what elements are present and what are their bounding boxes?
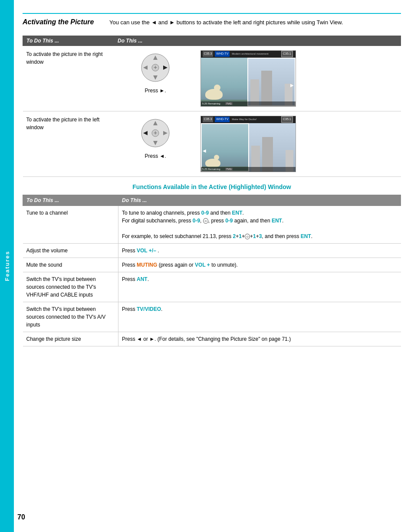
functions-title: Functions Available in the Active (Highl… — [23, 183, 401, 190]
building2b — [262, 137, 273, 172]
functions-section: Functions Available in the Active (Highl… — [23, 183, 401, 346]
key-2: 2 — [233, 233, 236, 239]
tv-arrow: ▶ — [290, 82, 294, 88]
svg-text:+: + — [154, 129, 157, 136]
building2 — [261, 71, 272, 105]
tv-bottom-bar: 5:25 Remaining TVG — [201, 101, 296, 106]
tv-top-bar2: C35.3 WHD-TV Make Way for Ducks! C35.1 — [201, 116, 296, 123]
duck-head — [214, 85, 220, 91]
side-tab: Features — [0, 0, 14, 532]
press-label-right: Press ►. — [145, 87, 166, 95]
table-row: Mute the sound Press MUTING (press again… — [23, 258, 401, 272]
remote-diagram-right: + — [138, 50, 173, 85]
tv-screen-left: C35.3 WHD-TV Make Way for Ducks! C35.1 — [200, 116, 296, 172]
page-container: Features Activating the Picture You can … — [0, 0, 414, 532]
tv-top-bar: C35.3 WHD-TV Modern architectural moveme… — [201, 51, 296, 58]
duck-body — [205, 89, 223, 100]
svg-text:+: + — [154, 64, 157, 71]
key-vol-plus: VOL + — [195, 262, 210, 268]
key-0-9b: 0-9 — [193, 218, 200, 224]
key-muting: MUTING — [137, 262, 157, 268]
page-number: 70 — [17, 513, 25, 521]
table-row: To activate the picture in the right win… — [23, 46, 401, 111]
remote-diagram-left: + — [138, 116, 173, 150]
todo-cell: Switch the TV's input between sources co… — [23, 272, 118, 302]
remote-and-press-left: + Press ◄. — [138, 116, 173, 160]
table-row: Change the picture size Press ◄ or ►. (F… — [23, 332, 401, 346]
tv-right-panel2 — [249, 123, 296, 172]
instruction-table: To Do This ... Do This ... To activate t… — [23, 36, 401, 177]
key-vol: VOL +/– — [137, 248, 156, 254]
todo-cell: Switch the TV's input between sources co… — [23, 302, 118, 332]
key-ant: ANT — [137, 276, 148, 282]
main-content: Activating the Picture You can use the ◄… — [14, 0, 414, 532]
do-this-cell-image: C35.3 WHD-TV Modern architectural moveme… — [197, 46, 401, 111]
dothis-cell: Press ANT. — [118, 272, 401, 302]
functions-header-col1: To Do This ... — [23, 195, 118, 206]
dothis-cell: Press MUTING (press again or VOL + to un… — [118, 258, 401, 272]
example-desc: For example, to select subchannel 21.13,… — [122, 233, 312, 239]
todo-cell: To activate the picture in the right win… — [23, 46, 114, 111]
section-title: Activating the Picture — [23, 18, 109, 27]
todo-cell: Mute the sound — [23, 258, 118, 272]
key-ent: ENT — [232, 210, 243, 216]
table-header-col1: To Do This ... — [23, 36, 114, 46]
todo-cell: Change the picture size — [23, 332, 118, 346]
table-row: Switch the TV's input between sources co… — [23, 302, 401, 332]
tune-desc: To tune to analog channels, press 0-9 an… — [122, 210, 244, 216]
key-tv-video: TV/VIDEO — [137, 306, 161, 312]
tv-content-area2: ◀ — [201, 123, 296, 172]
tv-bottom-bar2: 5:25 Remaining TVG — [201, 167, 296, 172]
todo-cell: Adjust the volume — [23, 243, 118, 258]
table-row: Switch the TV's input between sources co… — [23, 272, 401, 302]
digital-desc: For digital subchannels, press 0-9, ○, p… — [122, 218, 283, 224]
key-0-9: 0-9 — [201, 210, 209, 216]
circle-symbol: ○ — [203, 218, 208, 224]
tv-left-panel2: ◀ — [201, 123, 249, 172]
circle-symbol2: ○ — [245, 234, 250, 239]
remote-and-press: + Press ►. — [138, 50, 173, 95]
table-row: Tune to a channel To tune to analog chan… — [23, 206, 401, 243]
dothis-cell: Press TV/VIDEO. — [118, 302, 401, 332]
do-this-cell-remote: + Press ►. — [114, 46, 197, 111]
todo-cell: Tune to a channel — [23, 206, 118, 243]
key-ent2: ENT — [272, 218, 282, 224]
key-ent3: ENT — [301, 233, 311, 239]
do-this-cell-remote2: + Press ◄. — [114, 111, 197, 176]
key-1: 1 — [239, 233, 242, 239]
dothis-cell: Press VOL +/– . — [118, 243, 401, 258]
dothis-cell: Press ◄ or ►. (For details, see "Changin… — [118, 332, 401, 346]
tv-right-panel: ▶ — [247, 58, 296, 106]
section-description: You can use the ◄ and ► buttons to activ… — [109, 18, 401, 27]
dothis-cell: To tune to analog channels, press 0-9 an… — [118, 206, 401, 243]
table-row: To activate the picture in the left wind… — [23, 111, 401, 176]
key-1b: 1 — [253, 233, 256, 239]
functions-table: To Do This ... Do This ... Tune to a cha… — [23, 195, 401, 346]
key-3: 3 — [259, 233, 262, 239]
press-label-left: Press ◄. — [145, 152, 166, 160]
functions-header-col2: Do This ... — [118, 195, 401, 206]
tv-left-panel — [201, 58, 247, 106]
table-header-col2: Do This ... — [114, 36, 401, 46]
table-row: Adjust the volume Press VOL +/– . — [23, 243, 401, 258]
side-tab-label: Features — [4, 251, 10, 281]
tv-content-area: ▶ — [201, 58, 296, 106]
tv-screen-right: C35.3 WHD-TV Modern architectural moveme… — [200, 50, 296, 107]
key-0-9c: 0-9 — [225, 218, 233, 224]
todo-cell: To activate the picture in the left wind… — [23, 111, 114, 176]
do-this-cell-image2: C35.3 WHD-TV Make Way for Ducks! C35.1 — [197, 111, 401, 176]
title-section: Activating the Picture You can use the ◄… — [23, 13, 401, 27]
